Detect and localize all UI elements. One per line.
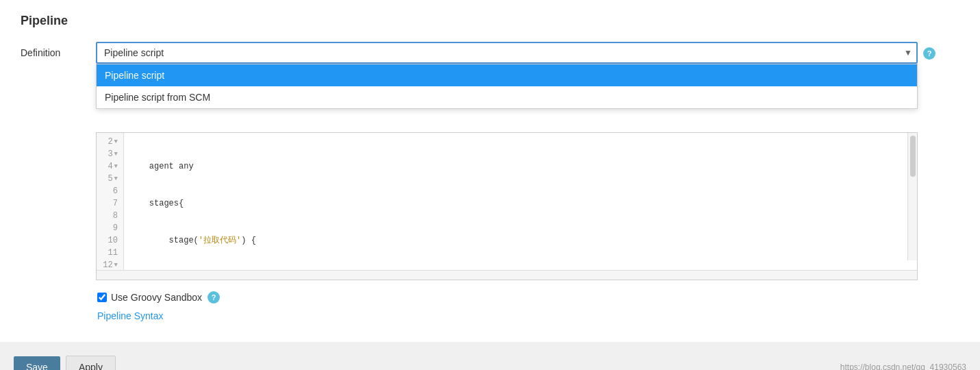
status-url: https://blog.csdn.net/qq_41930563 (840, 362, 966, 370)
definition-dropdown: Pipeline script Pipeline script from SCM (96, 64, 918, 109)
groovy-sandbox-label: Use Groovy Sandbox (111, 292, 202, 303)
line-num-11: 11 (97, 247, 123, 259)
line-num-5: 5▼ (97, 173, 123, 185)
line-num-12: 12▼ (97, 259, 123, 270)
line-num-4: 4▼ (97, 160, 123, 173)
page-title: Pipeline (21, 14, 959, 28)
code-line-3: stages{ (129, 197, 917, 210)
code-editor-container: 2▼ 3▼ 4▼ 5▼ 6 7 8 9 10 11 12▼ (96, 132, 918, 280)
groovy-sandbox-help-icon[interactable]: ? (208, 291, 220, 304)
line-num-3: 3▼ (97, 148, 123, 160)
code-line-2: agent any (129, 160, 917, 173)
dropdown-option-0[interactable]: Pipeline script (97, 64, 917, 86)
definition-select-wrapper: Pipeline script Pipeline script from SCM… (96, 42, 918, 64)
vertical-scrollbar[interactable] (907, 133, 917, 260)
definition-field: Pipeline script Pipeline script from SCM… (96, 42, 959, 280)
line-num-2: 2▼ (97, 136, 123, 148)
definition-row: Definition Pipeline script Pipeline scri… (21, 42, 959, 280)
definition-help-icon[interactable]: ? (923, 47, 935, 60)
groovy-sandbox-checkbox[interactable] (97, 293, 107, 302)
page-container: Pipeline Definition Pipeline script Pipe… (0, 0, 980, 370)
pipeline-syntax-anchor[interactable]: Pipeline Syntax (97, 310, 164, 321)
code-line-4: stage('拉取代码') { (129, 234, 917, 247)
horizontal-scrollbar[interactable] (97, 270, 917, 280)
code-editor-inner[interactable]: 2▼ 3▼ 4▼ 5▼ 6 7 8 9 10 11 12▼ (97, 133, 917, 270)
code-content[interactable]: agent any stages{ stage('拉取代码') { steps{… (124, 133, 917, 270)
action-bar: Save Apply https://blog.csdn.net/qq_4193… (0, 342, 980, 370)
groovy-sandbox-row: Use Groovy Sandbox ? (21, 291, 959, 304)
code-wrapper: 2▼ 3▼ 4▼ 5▼ 6 7 8 9 10 11 12▼ (97, 133, 917, 270)
line-num-10: 10 (97, 234, 123, 247)
definition-label: Definition (21, 42, 96, 58)
apply-button[interactable]: Apply (66, 356, 116, 370)
line-numbers: 2▼ 3▼ 4▼ 5▼ 6 7 8 9 10 11 12▼ (97, 133, 124, 270)
definition-with-help: Pipeline script Pipeline script from SCM… (96, 42, 959, 64)
groovy-sandbox-wrapper: Use Groovy Sandbox (97, 292, 202, 303)
code-editor-outer: 2▼ 3▼ 4▼ 5▼ 6 7 8 9 10 11 12▼ (96, 132, 959, 280)
pipeline-syntax-link: Pipeline Syntax (21, 310, 959, 321)
line-num-9: 9 (97, 222, 123, 234)
line-num-6: 6 (97, 185, 123, 197)
line-num-7: 7 (97, 197, 123, 210)
line-num-8: 8 (97, 210, 123, 222)
save-button[interactable]: Save (14, 356, 60, 370)
definition-select[interactable]: Pipeline script Pipeline script from SCM (96, 42, 918, 64)
scroll-thumb (910, 136, 916, 177)
dropdown-option-1[interactable]: Pipeline script from SCM (97, 86, 917, 108)
scroll-spacer (97, 271, 917, 271)
